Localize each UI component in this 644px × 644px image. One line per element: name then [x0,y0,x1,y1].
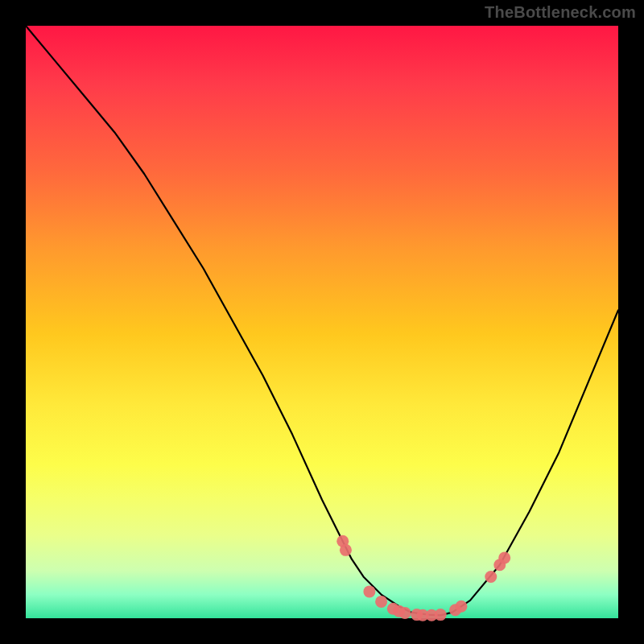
data-dot [399,607,411,619]
data-dot [498,551,510,564]
data-dot [435,609,447,621]
data-dot [485,571,497,583]
curve-svg [26,26,618,618]
dots-group [336,535,510,621]
curve-line [26,26,618,615]
data-dot [340,544,352,556]
data-dot [455,601,467,613]
watermark-text: TheBottleneck.com [485,3,636,22]
chart-frame: TheBottleneck.com [0,0,644,644]
data-dot [363,585,375,597]
plot-area [26,26,618,618]
data-dot [375,596,387,608]
